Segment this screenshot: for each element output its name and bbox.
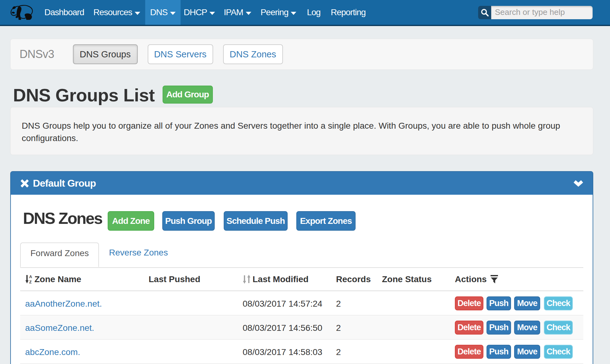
svg-text:A: A [29, 275, 32, 279]
svg-text:Z: Z [29, 280, 32, 284]
